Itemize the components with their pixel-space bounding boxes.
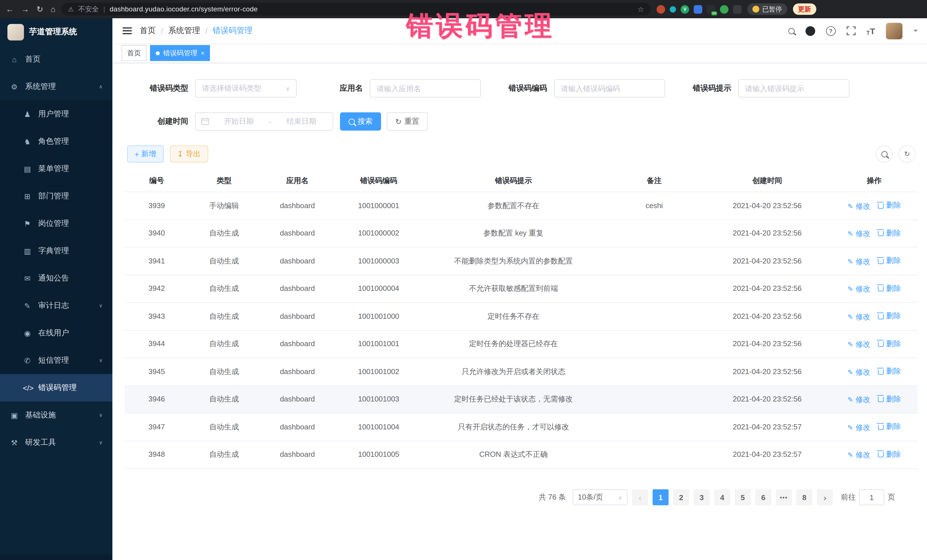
export-button[interactable]: ↧ 导出: [170, 146, 208, 162]
sidebar-item-infrastructure[interactable]: ▣ 基础设施 ∨: [0, 401, 112, 429]
help-icon[interactable]: [826, 26, 836, 36]
puzzle-extension-icon[interactable]: [733, 5, 742, 14]
avatar-caret-icon[interactable]: [913, 30, 918, 34]
prev-page-button[interactable]: ‹: [632, 489, 648, 505]
search-button[interactable]: 搜索: [340, 112, 381, 131]
sidebar-item-roles[interactable]: ♞ 角色管理: [0, 128, 112, 155]
edit-link[interactable]: ✎修改: [847, 340, 870, 349]
tab-label: 首页: [127, 48, 141, 58]
page-button-8[interactable]: 8: [796, 489, 812, 505]
tab-home[interactable]: 首页: [122, 45, 147, 61]
sidebar-item-online-users[interactable]: ◉ 在线用户: [0, 319, 112, 347]
extension-icon[interactable]: [720, 5, 728, 14]
app-name-input[interactable]: [370, 79, 481, 97]
extension-icon[interactable]: [656, 5, 665, 14]
sidebar-item-home[interactable]: ⌂ 首页: [0, 46, 112, 73]
reset-button[interactable]: ↻ 重置: [387, 112, 428, 131]
extension-icon[interactable]: [670, 6, 676, 12]
sidebar-item-devtools[interactable]: ⚒ 研发工具 ∨: [0, 429, 112, 456]
delete-link[interactable]: 删除: [878, 450, 901, 459]
edit-link[interactable]: ✎修改: [847, 312, 870, 321]
edit-label: 修改: [856, 285, 870, 294]
edit-link[interactable]: ✎修改: [847, 395, 870, 404]
delete-link[interactable]: 删除: [878, 201, 901, 210]
error-hint-input[interactable]: [738, 79, 849, 97]
url-text[interactable]: dashboard.yudao.iocoder.cn/system/error-…: [109, 5, 258, 13]
delete-link[interactable]: 删除: [878, 256, 901, 265]
breadcrumb-home[interactable]: 首页: [140, 26, 156, 36]
bookmark-star-icon[interactable]: ☆: [637, 5, 644, 14]
sidebar-item-posts[interactable]: ⚑ 岗位管理: [0, 210, 112, 237]
sidebar-item-system[interactable]: ⚙ 系统管理 ∧: [0, 73, 112, 100]
date-range-picker[interactable]: 开始日期 - 结束日期: [195, 112, 333, 131]
cell-type: 自动生成: [188, 220, 260, 247]
edit-link[interactable]: ✎修改: [847, 451, 870, 460]
delete-link[interactable]: 删除: [878, 311, 901, 320]
edit-link[interactable]: ✎修改: [847, 202, 870, 211]
more-pages-button[interactable]: •••: [776, 489, 792, 505]
start-date-placeholder[interactable]: 开始日期: [213, 116, 264, 127]
jump-page-input[interactable]: [859, 489, 884, 505]
sidebar-collapse-icon[interactable]: [123, 30, 132, 31]
sidebar-item-sms[interactable]: ✆ 短信管理 ∨: [0, 347, 112, 374]
sidebar-item-dictionary[interactable]: ▥ 字典管理: [0, 237, 112, 265]
fullscreen-icon[interactable]: [846, 26, 856, 35]
sidebar-item-menus[interactable]: ▤ 菜单管理: [0, 155, 112, 182]
search-icon[interactable]: [788, 28, 794, 34]
edit-link[interactable]: ✎修改: [847, 229, 870, 238]
extension-icon[interactable]: [707, 5, 715, 14]
font-size-icon[interactable]: TT: [866, 26, 875, 36]
table-row: 3946 自动生成 dashboard 1001001003 定时任务已经处于该…: [125, 385, 918, 413]
page-button-1[interactable]: 1: [653, 489, 669, 505]
column-header: 操作: [831, 170, 918, 192]
delete-link[interactable]: 删除: [878, 395, 901, 404]
pencil-icon: ✎: [847, 367, 853, 377]
extension-icon[interactable]: [694, 5, 702, 14]
page-button-6[interactable]: 6: [755, 489, 771, 505]
app-logo[interactable]: 芋道管理系统: [0, 18, 112, 46]
error-type-select[interactable]: 请选择错误码类型 ∨: [195, 79, 296, 97]
next-page-button[interactable]: ›: [817, 489, 833, 505]
export-button-label: 导出: [186, 149, 201, 159]
user-avatar[interactable]: [886, 23, 903, 39]
delete-link[interactable]: 删除: [878, 228, 901, 238]
tab-error-code[interactable]: 错误码管理 ×: [150, 45, 210, 61]
reload-icon[interactable]: ↻: [36, 5, 43, 14]
back-icon[interactable]: ←: [6, 5, 14, 14]
delete-link[interactable]: 删除: [878, 284, 901, 293]
delete-link[interactable]: 删除: [878, 339, 901, 348]
delete-link[interactable]: 删除: [878, 367, 901, 376]
forward-icon[interactable]: →: [21, 5, 29, 14]
sidebar-item-departments[interactable]: ⊞ 部门管理: [0, 182, 112, 210]
address-bar[interactable]: ⚠ 不安全 | dashboard.yudao.iocoder.cn/syste…: [61, 3, 651, 15]
edit-link[interactable]: ✎修改: [847, 285, 870, 294]
page-button-2[interactable]: 2: [673, 489, 689, 505]
tab-label: 错误码管理: [163, 48, 198, 58]
edit-link[interactable]: ✎修改: [847, 423, 870, 432]
end-date-placeholder[interactable]: 结束日期: [276, 116, 327, 127]
sidebar-item-audit-log[interactable]: ✎ 审计日志 ∨: [0, 292, 112, 319]
edit-link[interactable]: ✎修改: [847, 257, 870, 266]
toggle-search-button[interactable]: [876, 146, 893, 162]
page-button-5[interactable]: 5: [735, 489, 751, 505]
add-button[interactable]: + 新增: [127, 146, 163, 162]
edit-link[interactable]: ✎修改: [847, 367, 870, 377]
extension-icon[interactable]: [681, 5, 689, 14]
refresh-table-button[interactable]: ↻: [898, 146, 916, 162]
delete-link[interactable]: 删除: [878, 422, 901, 431]
profile-paused-chip[interactable]: 已暂停: [747, 3, 787, 15]
filter-app-name: 应用名: [314, 79, 481, 97]
page-button-4[interactable]: 4: [714, 489, 730, 505]
page-button-3[interactable]: 3: [694, 489, 710, 505]
sidebar-item-notice[interactable]: ✉ 通知公告: [0, 265, 112, 292]
breadcrumb-system[interactable]: 系统管理: [168, 26, 200, 36]
sidebar-item-users[interactable]: ♟ 用户管理: [0, 100, 112, 128]
browser-home-icon[interactable]: ⌂: [50, 5, 55, 14]
security-warning-icon[interactable]: ⚠: [68, 5, 74, 13]
github-icon[interactable]: [805, 26, 815, 36]
tab-close-icon[interactable]: ×: [201, 50, 205, 56]
error-code-input[interactable]: [554, 79, 665, 97]
browser-update-button[interactable]: 更新: [793, 3, 816, 15]
page-size-select[interactable]: 10条/页 ∨: [573, 489, 628, 505]
sidebar-item-error-code[interactable]: </> 错误码管理: [0, 374, 112, 401]
